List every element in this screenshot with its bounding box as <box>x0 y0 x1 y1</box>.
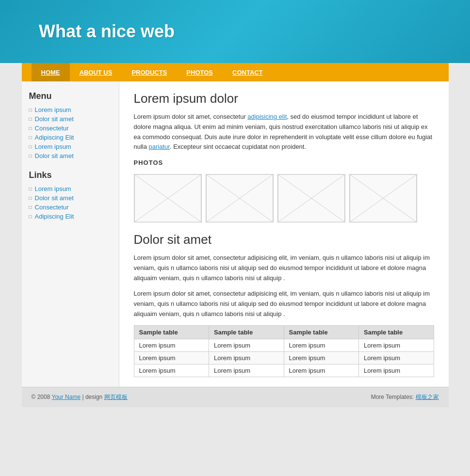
photo-1 <box>134 174 202 222</box>
table-cell: Lorem ipsum <box>134 339 209 351</box>
table-cell: Lorem ipsum <box>209 351 284 364</box>
table-cell: Lorem ipsum <box>134 351 209 364</box>
table-cell: Lorem ipsum <box>359 364 434 377</box>
site-header: What a nice web <box>0 0 470 63</box>
section1-link1[interactable]: adipisicing elit <box>247 113 287 120</box>
main-nav: HOME ABOUT US PRODUCTS PHOTOS CONTACT <box>22 63 449 81</box>
sidebar-menu-list: Lorem ipsum Dolor sit amet Consectetur A… <box>29 105 112 160</box>
nav-products[interactable]: PRODUCTS <box>122 63 177 81</box>
menu-link-4[interactable]: Adipiscing Elit <box>35 134 74 141</box>
table-row: Lorem ipsum Lorem ipsum Lorem ipsum Lore… <box>134 351 434 364</box>
sample-table: Sample table Sample table Sample table S… <box>134 325 434 377</box>
sidebar-links-title: Links <box>29 170 112 180</box>
table-cell: Lorem ipsum <box>209 364 284 377</box>
photos-grid <box>134 174 434 222</box>
list-item: Dolor sit amet <box>29 114 112 124</box>
nav-photos[interactable]: PHOTOS <box>177 63 223 81</box>
table-cell: Lorem ipsum <box>359 339 434 351</box>
list-item: Consectetur <box>29 124 112 133</box>
photos-label: PHOTOS <box>134 158 434 168</box>
list-item: Lorem ipsum <box>29 142 112 151</box>
footer-your-name-link[interactable]: Your Name <box>52 394 81 400</box>
menu-link-3[interactable]: Consectetur <box>35 125 69 132</box>
site-title: What a nice web <box>39 21 175 42</box>
footer-more-templates-text: More Templates: <box>371 394 416 400</box>
link-2[interactable]: Dolor sit amet <box>35 194 74 202</box>
photo-2 <box>206 174 274 222</box>
menu-link-5[interactable]: Lorem ipsum <box>35 143 71 150</box>
section1-link2[interactable]: pariatur <box>149 143 170 150</box>
list-item: Lorem ipsum <box>29 105 112 114</box>
sidebar-menu-title: Menu <box>29 91 112 101</box>
footer-left: © 2008 Your Name | design 网页模板 <box>32 393 128 401</box>
list-item: Dolor sit amet <box>29 151 112 160</box>
section1-paragraph: Lorem ipsum dolor sit amet, consectetur … <box>134 112 434 152</box>
table-header-1: Sample table <box>134 325 209 339</box>
table-row: Lorem ipsum Lorem ipsum Lorem ipsum Lore… <box>134 339 434 351</box>
nav-home[interactable]: HOME <box>32 63 70 81</box>
menu-link-2[interactable]: Dolor sit amet <box>35 115 74 123</box>
link-1[interactable]: Lorem ipsum <box>35 185 71 192</box>
sidebar: Menu Lorem ipsum Dolor sit amet Consecte… <box>22 81 119 387</box>
table-header-3: Sample table <box>284 325 359 339</box>
footer-design-text: | design <box>81 394 104 400</box>
site-footer: © 2008 Your Name | design 网页模板 More Temp… <box>22 387 449 407</box>
list-item: Adipiscing Elit <box>29 212 112 221</box>
section2-para1: Lorem ipsum dolor sit amet, consectetur … <box>134 253 434 283</box>
nav-contact[interactable]: CONTACT <box>223 63 273 81</box>
nav-about[interactable]: ABOUT US <box>70 63 122 81</box>
table-cell: Lorem ipsum <box>284 339 359 351</box>
section1-title: Lorem ipsum dolor <box>134 91 434 106</box>
list-item: Lorem ipsum <box>29 184 112 193</box>
page-wrapper: Menu Lorem ipsum Dolor sit amet Consecte… <box>22 81 449 387</box>
footer-copyright: © 2008 <box>32 394 52 400</box>
photo-4 <box>349 174 417 222</box>
photo-3 <box>277 174 345 222</box>
list-item: Adipiscing Elit <box>29 133 112 142</box>
list-item: Consectetur <box>29 203 112 212</box>
link-3[interactable]: Consectetur <box>35 204 69 211</box>
table-cell: Lorem ipsum <box>359 351 434 364</box>
sidebar-links-list: Lorem ipsum Dolor sit amet Consectetur A… <box>29 184 112 221</box>
table-cell: Lorem ipsum <box>284 351 359 364</box>
section1-text-pre: Lorem ipsum dolor sit amet, consectetur <box>134 113 248 120</box>
section2-para2: Lorem ipsum dolor sit amet, consectetur … <box>134 289 434 319</box>
table-cell: Lorem ipsum <box>209 339 284 351</box>
footer-more-link[interactable]: 模板之家 <box>416 394 439 400</box>
table-cell: Lorem ipsum <box>284 364 359 377</box>
menu-link-1[interactable]: Lorem ipsum <box>35 106 71 113</box>
table-row: Lorem ipsum Lorem ipsum Lorem ipsum Lore… <box>134 364 434 377</box>
list-item: Dolor sit amet <box>29 193 112 203</box>
link-4[interactable]: Adipiscing Elit <box>35 213 74 220</box>
menu-link-6[interactable]: Dolor sit amet <box>35 152 74 159</box>
section2-title: Dolor sit amet <box>134 232 434 247</box>
main-content: Lorem ipsum dolor Lorem ipsum dolor sit … <box>119 81 449 387</box>
footer-template-link[interactable]: 网页模板 <box>104 394 128 400</box>
table-cell: Lorem ipsum <box>134 364 209 377</box>
footer-right: More Templates: 模板之家 <box>371 393 439 401</box>
table-header-4: Sample table <box>359 325 434 339</box>
section1-text-end: . Excepteur sint occaecat cupidatat non … <box>170 143 306 150</box>
table-header-2: Sample table <box>209 325 284 339</box>
